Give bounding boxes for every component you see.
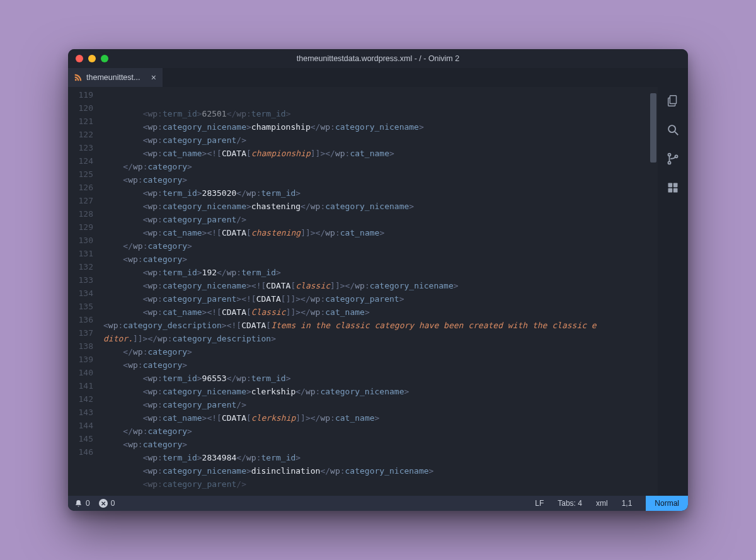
svg-rect-9 [673, 188, 678, 193]
line-number: 129 [68, 220, 93, 234]
svg-line-2 [675, 132, 678, 135]
tab-bar: themeunittest... × [68, 68, 688, 87]
line-number: 132 [68, 260, 93, 273]
line-number: 142 [68, 392, 93, 406]
line-number: 123 [68, 141, 93, 154]
code-line: <wp:term_id>2834984</wp:term_id> [100, 451, 658, 464]
main-area: 1191201211221231241251261271281291301311… [68, 87, 688, 496]
code-line: <wp:category> [100, 438, 658, 451]
tab-close-icon[interactable]: × [151, 72, 156, 83]
line-number: 122 [68, 128, 93, 141]
cursor-position[interactable]: 1,1 [622, 499, 633, 508]
line-number: 143 [68, 406, 93, 419]
window-controls [68, 55, 108, 62]
line-number: 136 [68, 313, 93, 326]
line-number: 131 [68, 247, 93, 260]
tab-active[interactable]: themeunittest... × [68, 68, 163, 87]
search-icon[interactable] [665, 122, 680, 137]
line-number: 139 [68, 353, 93, 366]
svg-rect-0 [670, 96, 676, 104]
code-line: <wp:category_nicename>chastening</wp:cat… [100, 200, 658, 213]
code-line: <wp:category_parent/> [100, 213, 658, 226]
line-ending-indicator[interactable]: LF [535, 499, 544, 508]
line-number: 145 [68, 432, 93, 445]
code-line: <wp:cat_name><![CDATA[championship]]></w… [100, 147, 658, 160]
line-number: 121 [68, 115, 93, 128]
close-window-button[interactable] [76, 55, 83, 62]
notifications-indicator[interactable]: 0 [74, 499, 90, 508]
status-bar: 0 ✕ 0 LF Tabs: 4 xml 1,1 Normal [68, 496, 688, 511]
code-content[interactable]: <wp:term_id>62501</wp:term_id> <wp:categ… [100, 87, 658, 496]
code-line: <wp:category_parent/> [100, 398, 658, 411]
git-icon[interactable] [665, 151, 680, 166]
svg-point-3 [668, 154, 670, 156]
scrollbar-thumb[interactable] [650, 93, 656, 163]
code-line: </wp:category> [100, 345, 658, 358]
line-number: 137 [68, 326, 93, 340]
svg-rect-6 [668, 183, 673, 188]
code-line: <wp:category_parent/> [100, 134, 658, 147]
files-icon[interactable] [665, 93, 680, 108]
code-line: <wp:term_id>62501</wp:term_id> [100, 107, 658, 120]
line-number: 120 [68, 101, 93, 115]
code-line: <wp:category> [100, 173, 658, 186]
line-number: 133 [68, 273, 93, 287]
code-line: <wp:category> [100, 253, 658, 266]
svg-rect-8 [668, 188, 673, 193]
titlebar[interactable]: themeunittestdata.wordpress.xml - / - On… [68, 49, 688, 68]
code-line: <wp:category_description><![CDATA[Items … [100, 319, 658, 332]
line-number-gutter: 1191201211221231241251261271281291301311… [68, 87, 100, 496]
code-line: <wp:cat_name><![CDATA[chastening]]></wp:… [100, 226, 658, 239]
error-badge-icon: ✕ [99, 499, 108, 508]
scrollbar-track[interactable] [650, 88, 656, 493]
line-number: 127 [68, 194, 93, 207]
line-number: 135 [68, 300, 93, 313]
code-line: </wp:category> [100, 160, 658, 173]
line-number: 125 [68, 168, 93, 181]
maximize-window-button[interactable] [101, 55, 108, 62]
code-line: <wp:term_id>192</wp:term_id> [100, 266, 658, 279]
extensions-icon[interactable] [665, 180, 680, 195]
tab-label: themeunittest... [86, 73, 140, 82]
rss-icon [74, 74, 82, 81]
svg-point-1 [668, 125, 675, 132]
window-title: themeunittestdata.wordpress.xml - / - On… [68, 54, 688, 63]
line-number: 130 [68, 234, 93, 247]
errors-count: 0 [111, 499, 115, 508]
bell-icon [74, 500, 83, 508]
line-number: 128 [68, 207, 93, 220]
code-line: <wp:category> [100, 358, 658, 372]
editor-window: themeunittestdata.wordpress.xml - / - On… [68, 49, 688, 511]
code-line: <wp:category_parent/> [100, 477, 658, 491]
code-line: </wp:category> [100, 425, 658, 438]
code-line: <wp:term_id>2835020</wp:term_id> [100, 186, 658, 200]
line-number: 144 [68, 419, 93, 432]
line-number: 146 [68, 445, 93, 459]
line-number: 140 [68, 366, 93, 379]
notifications-count: 0 [86, 499, 90, 508]
filetype-indicator[interactable]: xml [596, 499, 608, 508]
line-number: 119 [68, 88, 93, 101]
minimize-window-button[interactable] [88, 55, 96, 62]
code-line: </wp:category> [100, 239, 658, 253]
code-line: <wp:cat_name><![CDATA[Classic]]></wp:cat… [100, 306, 658, 319]
code-line: ditor.]]></wp:category_description> [100, 332, 658, 345]
code-line: <wp:category_nicename>clerkship</wp:cate… [100, 385, 658, 398]
svg-point-4 [668, 161, 670, 164]
line-number: 126 [68, 181, 93, 194]
tabs-indicator[interactable]: Tabs: 4 [558, 499, 582, 508]
activity-bar [658, 87, 688, 496]
line-number: 138 [68, 340, 93, 353]
line-number: 141 [68, 379, 93, 392]
code-line: <wp:term_id>96553</wp:term_id> [100, 372, 658, 385]
code-line: <wp:category_nicename>championship</wp:c… [100, 120, 658, 134]
vim-mode-indicator[interactable]: Normal [646, 496, 688, 511]
line-number: 134 [68, 287, 93, 300]
code-line: <wp:category_nicename><![CDATA[classic]]… [100, 279, 658, 292]
errors-indicator[interactable]: ✕ 0 [99, 499, 115, 508]
editor-area: 1191201211221231241251261271281291301311… [68, 87, 658, 496]
code-line: <wp:category_nicename>disinclination</wp… [100, 464, 658, 477]
code-line: <wp:cat_name><![CDATA[clerkship]]></wp:c… [100, 411, 658, 425]
svg-rect-7 [673, 183, 678, 188]
line-number: 124 [68, 154, 93, 168]
